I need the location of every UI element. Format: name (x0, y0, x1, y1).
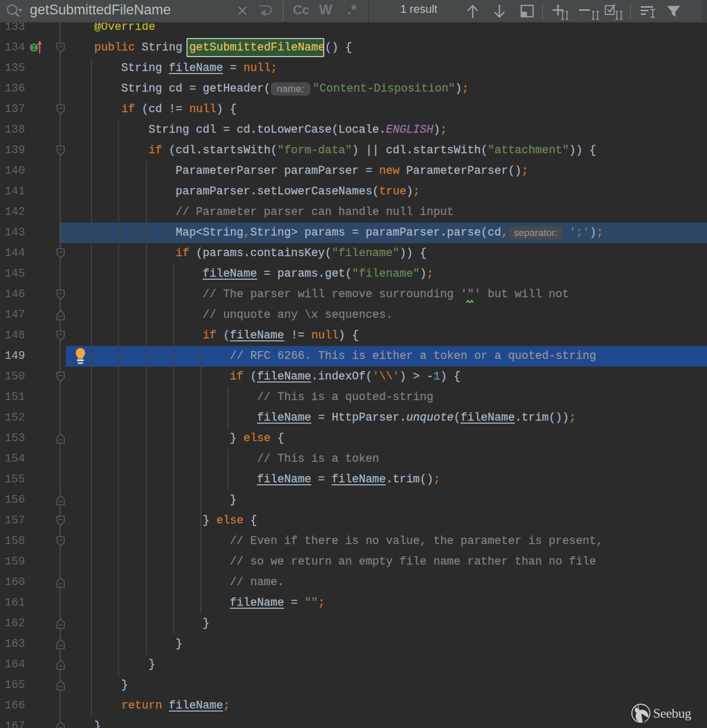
svg-text:Seebug: Seebug (653, 706, 692, 721)
